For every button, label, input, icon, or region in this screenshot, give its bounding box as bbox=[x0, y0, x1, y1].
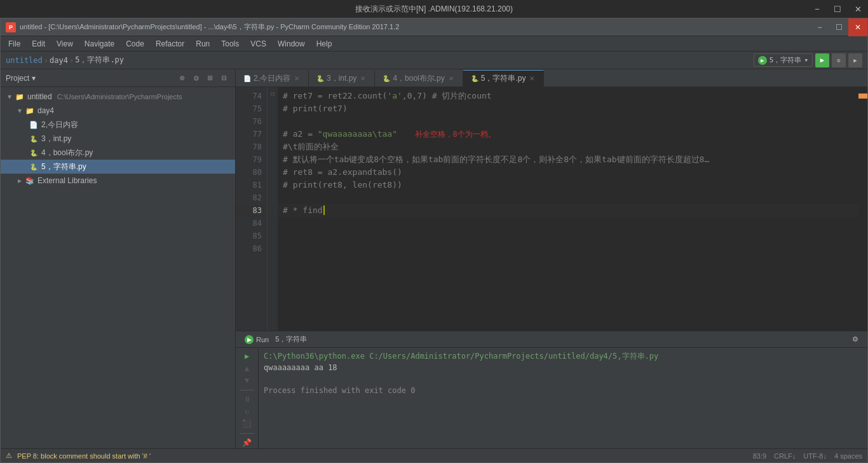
code-editor[interactable]: 74 75 76 77 78 79 80 81 82 83 84 85 86 ⊟ bbox=[236, 87, 867, 331]
run-play-button[interactable]: ▶ bbox=[240, 350, 254, 361]
run-button[interactable]: ▶ bbox=[815, 53, 829, 67]
output-cmd: C:\Python36\python.exe C:/Users/Administ… bbox=[264, 350, 862, 362]
menu-tools[interactable]: Tools bbox=[216, 38, 244, 50]
tree-item-day4[interactable]: ▾ 📁 day4 bbox=[1, 104, 235, 118]
breadcrumb-file[interactable]: 5，字符串.py bbox=[75, 55, 124, 66]
tab-bool[interactable]: 🐍 4，bool布尔.py ✕ bbox=[375, 70, 463, 86]
status-position[interactable]: 83:9 bbox=[753, 452, 766, 460]
breadcrumb-folder[interactable]: day4 bbox=[50, 56, 68, 65]
menu-view[interactable]: View bbox=[51, 38, 78, 50]
tree-file4-label: 4，bool布尔.py bbox=[41, 148, 93, 158]
tree-item-ext-lib[interactable]: ▸ 📚 External Libraries bbox=[1, 174, 235, 188]
tabs-bar: 📄 2,今日内容 ✕ 🐍 3，int.py ✕ 🐍 4，bool布尔.py ✕ … bbox=[236, 69, 867, 87]
output-result-text: qwaaaaaaaa aa 18 bbox=[264, 363, 337, 372]
run-coverage-button[interactable]: ▶ bbox=[848, 53, 862, 67]
code-line-84 bbox=[278, 217, 858, 230]
menu-refactor[interactable]: Refactor bbox=[151, 38, 189, 50]
run-output: C:\Python36\python.exe C:/Users/Administ… bbox=[259, 348, 867, 448]
status-indent[interactable]: 4 spaces bbox=[834, 452, 862, 460]
minimize-pycharm-button[interactable]: − bbox=[810, 18, 829, 36]
run-rerun-button[interactable]: ↻ bbox=[240, 406, 254, 417]
breadcrumb-project[interactable]: untitled bbox=[6, 56, 43, 65]
code-text-80: # ret8 = a2.expandtabs() bbox=[283, 167, 402, 177]
sidebar-sync-icon[interactable]: ⊕ bbox=[177, 73, 188, 84]
menu-code[interactable]: Code bbox=[121, 38, 149, 50]
tab-bool-close[interactable]: ✕ bbox=[447, 74, 455, 83]
debug-button[interactable]: ⚙ bbox=[832, 53, 846, 67]
run-stop-button[interactable]: ⬛ bbox=[240, 418, 254, 429]
run-stop-up-button[interactable]: ▲ bbox=[240, 363, 254, 373]
editor-area: 📄 2,今日内容 ✕ 🐍 3，int.py ✕ 🐍 4，bool布尔.py ✕ … bbox=[236, 69, 867, 448]
status-charset[interactable]: UTF-8↓ bbox=[803, 452, 827, 460]
tab-int[interactable]: 🐍 3，int.py ✕ bbox=[309, 70, 375, 86]
minimize-outer-button[interactable]: − bbox=[807, 0, 827, 18]
tab-string-close[interactable]: ✕ bbox=[528, 74, 536, 83]
close-outer-button[interactable]: ✕ bbox=[848, 0, 868, 18]
run-divider bbox=[240, 390, 254, 390]
bottom-settings-btn[interactable]: ⚙ bbox=[846, 332, 865, 347]
sidebar-expand-icon[interactable]: ⊞ bbox=[205, 73, 216, 84]
outer-title-bar: 接收演示或示范中[N] .ADMIN(192.168.21.200) − ☐ ✕ bbox=[0, 0, 868, 18]
code-text-74: # ret7 = ret22.count('a',0,7) # 切片的count bbox=[283, 91, 492, 100]
tree-item-3[interactable]: 🐍 3，int.py bbox=[1, 132, 235, 146]
output-exit-text: Process finished with exit code 0 bbox=[264, 386, 415, 395]
root-folder-icon: 📁 bbox=[15, 92, 25, 102]
sidebar-collapse-icon[interactable]: ⊟ bbox=[219, 73, 230, 84]
run-config-arrow: ▾ bbox=[804, 56, 808, 64]
outer-title-text: 接收演示或示范中[N] .ADMIN(192.168.21.200) bbox=[355, 4, 513, 15]
tree-item-2[interactable]: 📄 2,今日内容 bbox=[1, 118, 235, 132]
close-pycharm-button[interactable]: ✕ bbox=[848, 18, 867, 36]
maximize-outer-button[interactable]: ☐ bbox=[827, 0, 848, 18]
menu-file[interactable]: File bbox=[3, 38, 25, 50]
tab-today-close[interactable]: ✕ bbox=[293, 74, 301, 83]
menu-edit[interactable]: Edit bbox=[27, 38, 50, 50]
tab-today[interactable]: 📄 2,今日内容 ✕ bbox=[236, 70, 309, 86]
tree-item-4[interactable]: 🐍 4，bool布尔.py bbox=[1, 146, 235, 160]
menu-run[interactable]: Run bbox=[191, 38, 215, 50]
menu-vcs[interactable]: VCS bbox=[245, 38, 271, 50]
tab-bool-label: 4，bool布尔.py bbox=[393, 73, 444, 84]
menu-navigate[interactable]: Navigate bbox=[79, 38, 119, 50]
sidebar: Project ▾ ⊕ ⚙ ⊞ ⊟ ▾ 📁 untitled C:\Users\… bbox=[1, 69, 236, 448]
run-pin-button[interactable]: 📌 bbox=[240, 438, 254, 448]
line-75: 75 bbox=[236, 102, 267, 115]
pycharm-window-controls: − ☐ ✕ bbox=[810, 18, 867, 36]
run-controls: ▶ 5，字符串 ▾ ▶ ⚙ ▶ bbox=[754, 53, 862, 67]
tree-item-root[interactable]: ▾ 📁 untitled C:\Users\Administrator\Pych… bbox=[1, 90, 235, 104]
menu-window[interactable]: Window bbox=[273, 38, 310, 50]
run-tab-filename: 5，字符串 bbox=[275, 335, 307, 344]
code-line-77: # a2 = "qwaaaaaaaa\taa" 补全空格，8个为一档。 bbox=[278, 128, 858, 141]
menubar: File Edit View Navigate Code Refactor Ru… bbox=[1, 36, 867, 52]
tab-string[interactable]: 🐍 5，字符串.py ✕ bbox=[463, 70, 545, 86]
tree-file5-label: 5，字符串.py bbox=[41, 162, 86, 172]
status-bar: ⚠ PEP 8: block comment should start with… bbox=[1, 448, 867, 462]
sidebar-panel-label: Project ▾ bbox=[6, 74, 36, 83]
error-marker[interactable] bbox=[858, 93, 867, 99]
tree-item-5[interactable]: 🐍 5，字符串.py bbox=[1, 160, 235, 174]
tree-extlib-label: External Libraries bbox=[37, 176, 97, 185]
fold-btn-83[interactable]: ⊟ bbox=[268, 87, 278, 100]
maximize-pycharm-button[interactable]: ☐ bbox=[829, 18, 848, 36]
code-text-77: # a2 = "qwaaaaaaaa\taa" bbox=[283, 129, 397, 139]
run-config-icon: ▶ bbox=[758, 56, 767, 65]
sidebar-gear-icon[interactable]: ⚙ bbox=[191, 73, 202, 84]
settings-gear-icon: ⚙ bbox=[852, 335, 858, 343]
status-encoding[interactable]: CRLF↓ bbox=[774, 452, 796, 460]
line-86: 86 bbox=[236, 242, 267, 255]
menu-help[interactable]: Help bbox=[311, 38, 337, 50]
run-stop-down-button[interactable]: ▼ bbox=[240, 375, 254, 385]
run-tab[interactable]: ▶ Run 5，字符串 bbox=[238, 332, 313, 347]
line-82: 82 bbox=[236, 191, 267, 204]
line-78: 78 bbox=[236, 141, 267, 153]
tab-int-close[interactable]: ✕ bbox=[359, 74, 367, 83]
run-pause-button[interactable]: ⏸ bbox=[240, 394, 254, 404]
line-74: 74 bbox=[236, 90, 267, 102]
extlib-icon: 📚 bbox=[25, 176, 35, 186]
fold-gutter: ⊟ bbox=[268, 87, 278, 331]
run-config-dropdown[interactable]: ▶ 5，字符串 ▾ bbox=[754, 53, 813, 67]
file4-icon: 🐍 bbox=[29, 148, 39, 158]
extlib-expand-arrow: ▸ bbox=[16, 177, 24, 184]
tree-file2-label: 2,今日内容 bbox=[41, 120, 78, 130]
code-content[interactable]: # ret7 = ret22.count('a',0,7) # 切片的count… bbox=[278, 87, 858, 331]
code-line-75: # print(ret7) bbox=[278, 102, 858, 115]
